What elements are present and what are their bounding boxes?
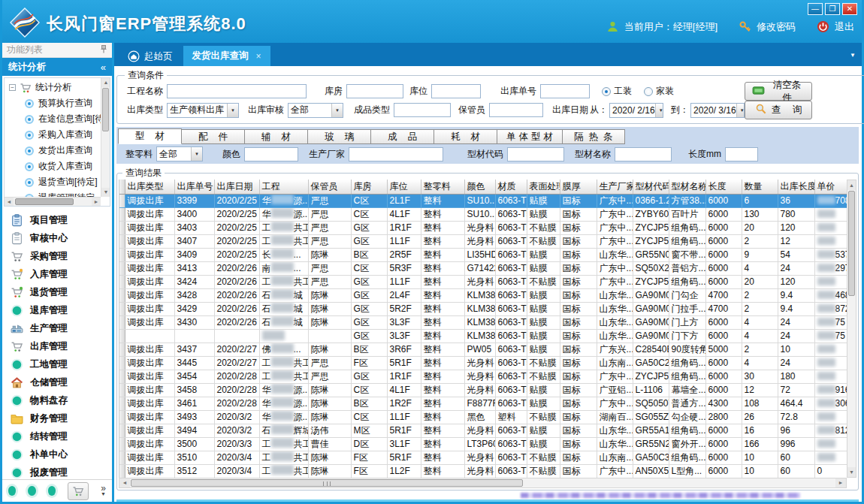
column-header-单价[interactable]: 单价: [814, 180, 847, 194]
tree-root[interactable]: − 统计分析: [5, 78, 101, 95]
cell-库位[interactable]: 5R1F: [387, 451, 421, 464]
cell-膜厚[interactable]: 国标: [560, 194, 597, 207]
cell-生产厂家[interactable]: 广东中...: [597, 397, 633, 410]
column-header-保管员[interactable]: 保管员: [308, 180, 351, 194]
cell-库位[interactable]: 3L3F: [387, 315, 421, 329]
cell-表面处理[interactable]: 贴膜: [527, 329, 560, 343]
sidebar-item-入库管理[interactable]: 入库管理: [2, 265, 112, 283]
cell-整零料[interactable]: 整料: [421, 410, 464, 424]
cell-工程[interactable]: 南...: [259, 261, 308, 275]
scrollbar-thumb[interactable]: [15, 198, 74, 205]
sidebar-item-审核中心[interactable]: 审核中心: [2, 229, 112, 247]
cell-单价[interactable]: 537: [814, 248, 847, 261]
cell-出库长度[interactable]: 60: [778, 451, 814, 464]
outbound-audit-select[interactable]: 全部 ▼: [288, 103, 343, 118]
cell-保管员[interactable]: 严思: [308, 370, 351, 383]
sidebar-group-header[interactable]: 统计分析 «: [2, 58, 112, 76]
cell-生产厂家[interactable]: 广东兴...: [597, 343, 633, 356]
date-to-picker[interactable]: 2020/ 3/16 ▼: [690, 103, 745, 118]
cell-膜厚[interactable]: 国标: [560, 397, 597, 410]
cell-库房[interactable]: C区: [351, 194, 387, 207]
cell-整零料[interactable]: 整料: [421, 343, 464, 356]
cell-数量[interactable]: 6: [742, 194, 778, 207]
change-password-link[interactable]: 修改密码: [757, 20, 796, 34]
cell-生产厂家[interactable]: 山东华...: [597, 424, 633, 437]
cell-数量[interactable]: 4: [742, 261, 778, 275]
cell-单价[interactable]: 2972: [814, 261, 847, 275]
clear-conditions-button[interactable]: 清空条件: [745, 82, 812, 101]
cell-保管员[interactable]: 陈琳: [308, 397, 351, 410]
cell-表面处理[interactable]: 不贴膜: [527, 234, 560, 248]
grid-vertical-scrollbar[interactable]: ▲ ▼: [847, 180, 856, 478]
cell-工程[interactable]: 石辉城: [259, 424, 308, 437]
cell-生产厂家[interactable]: 广东中...: [597, 261, 633, 275]
cell-整零料[interactable]: 整料: [421, 424, 464, 437]
cell-数量[interactable]: 12: [742, 383, 778, 397]
column-header-膜厚[interactable]: 膜厚: [560, 180, 597, 194]
cell-库位[interactable]: 1L2F: [387, 464, 421, 478]
cell-单价[interactable]: [814, 356, 847, 370]
row-header[interactable]: [119, 221, 125, 234]
cell-生产厂家[interactable]: 广东中...: [597, 370, 633, 383]
row-header[interactable]: [119, 275, 125, 288]
cell-生产厂家[interactable]: 广东中...: [597, 194, 633, 207]
cell-生产厂家[interactable]: 山东华...: [597, 315, 633, 329]
sidebar-item-出库管理[interactable]: 出库管理: [2, 337, 112, 355]
table-row[interactable]: 调拨出库35002020/3/3工共工程曹佳D区3L1F整料LT3P606063…: [119, 437, 847, 451]
cell-颜色[interactable]: G71422: [464, 261, 495, 275]
cell-出库单号[interactable]: 3493: [174, 410, 214, 424]
cell-出库长度[interactable]: 120: [778, 221, 814, 234]
cell-出库日期[interactable]: 2020/2/25: [214, 248, 259, 261]
material-tab-单体型材[interactable]: 单体型材: [497, 129, 563, 144]
table-row[interactable]: 调拨出库34932020/3/2华源...陈琳C区1L1F整料黑色塑料不贴膜国标…: [119, 410, 847, 424]
cell-工程[interactable]: 工共工程: [259, 464, 308, 478]
cell-单价[interactable]: 872: [814, 302, 847, 315]
outbound-type-select[interactable]: 生产领料出库 ▼: [167, 103, 239, 118]
cell-出库日期[interactable]: 2020/2/25: [214, 207, 259, 221]
cell-型材名称[interactable]: 组角码...: [669, 424, 705, 437]
cell-工程[interactable]: 工共工程: [259, 234, 308, 248]
cell-膜厚[interactable]: 国标: [560, 437, 597, 451]
cell-整零料[interactable]: 整料: [421, 234, 464, 248]
cart-module-button[interactable]: [68, 482, 89, 500]
cell-单价[interactable]: [814, 234, 847, 248]
cell-表面处理[interactable]: 贴膜: [527, 383, 560, 397]
cell-生产厂家[interactable]: 湖南百...: [597, 410, 633, 424]
cell-表面处理[interactable]: 不贴膜: [527, 221, 560, 234]
column-header-长度[interactable]: 长度: [705, 180, 742, 194]
cell-型材名称[interactable]: 门上方: [669, 315, 705, 329]
cell-颜色[interactable]: 光身料: [464, 451, 495, 464]
cell-工程[interactable]: 佛...: [259, 343, 308, 356]
table-row[interactable]: 调拨出库34002020/2/25华源...严思C区4L1F整料SU10...6…: [119, 207, 847, 221]
cell-型材代码[interactable]: ZYCJP5...: [633, 370, 669, 383]
scroll-right-icon[interactable]: ►: [92, 198, 101, 207]
cell-颜色[interactable]: 光身料: [464, 383, 495, 397]
sidebar-item-财务管理[interactable]: 财务管理: [2, 409, 112, 427]
cell-型材名称[interactable]: 门拉手...: [669, 302, 705, 315]
cell-颜色[interactable]: KLM3817: [464, 329, 495, 343]
more-modules-button[interactable]: » ▼: [101, 485, 106, 497]
cell-出库日期[interactable]: 2020/2/26: [214, 302, 259, 315]
cell-表面处理[interactable]: 贴膜: [527, 261, 560, 275]
radio-gongzhuang[interactable]: 工装: [602, 85, 632, 98]
cell-表面处理[interactable]: 贴膜: [527, 207, 560, 221]
cell-库房[interactable]: B区: [351, 397, 387, 410]
cell-出库长度[interactable]: 780: [778, 207, 814, 221]
cell-保管员[interactable]: 陈琳: [308, 302, 351, 315]
cell-保管员[interactable]: 严思: [308, 234, 351, 248]
table-row[interactable]: 调拨出库34132020/2/26南...严思C区5R3F整料G71422606…: [119, 261, 847, 275]
cell-整零料[interactable]: 整料: [421, 275, 464, 288]
cell-出库长度[interactable]: 9.4: [778, 302, 814, 315]
cell-单价[interactable]: [814, 221, 847, 234]
cell-材质[interactable]: 6063-T5: [495, 370, 527, 383]
cell-出库长度[interactable]: 464.4: [778, 397, 814, 410]
cell-数量[interactable]: 2: [742, 234, 778, 248]
tab-overflow-icon[interactable]: ▼: [850, 52, 856, 59]
cell-材质[interactable]: 6063-T5: [495, 207, 527, 221]
cell-出库长度[interactable]: 60: [778, 464, 814, 478]
cell-出库长度[interactable]: 72.8: [778, 410, 814, 424]
cell-材质[interactable]: 6063-T5: [495, 329, 527, 343]
cell-库房[interactable]: D区: [351, 437, 387, 451]
cell-膜厚[interactable]: 国标: [560, 275, 597, 288]
cell-出库日期[interactable]: 2020/3/4: [214, 451, 259, 464]
